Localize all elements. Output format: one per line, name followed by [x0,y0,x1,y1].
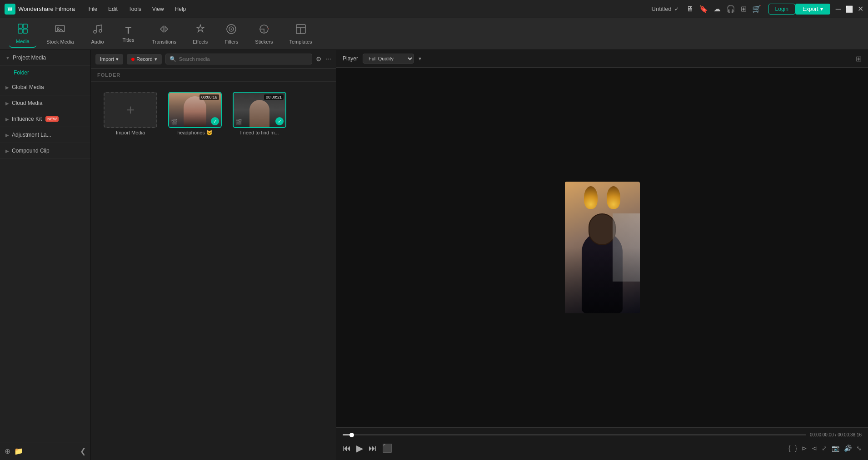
media-item-find[interactable]: 00:00:21 🎬 ✓ I need to find m... [230,92,289,450]
media-panel: Import ▾ Record ▾ 🔍 ⚙ ··· FOLDER + [91,50,336,460]
sidebar-collapse-button[interactable]: ❮ [80,447,86,455]
svg-rect-13 [296,25,305,34]
app-logo: W Wondershare Filmora [5,4,75,15]
player-video [336,68,868,427]
sidebar-compound-clip-label: Compound Clip [12,148,50,154]
toolbar-stickers-label: Stickers [255,39,273,45]
stop-button[interactable]: ⬛ [382,443,392,453]
bookmark-icon[interactable]: 🔖 [699,5,708,13]
more-options-icon[interactable]: ··· [325,55,331,63]
fullscreen-icon[interactable]: ⤢ [822,445,827,452]
play-button[interactable]: ▶ [356,443,363,454]
toolbar-media[interactable]: Media [9,20,36,48]
sidebar-item-global-media[interactable]: ▶ Global Media [0,79,90,95]
media-item-headphones[interactable]: 00:00:16 🎬 ✓ headphones 🐱 [165,92,224,450]
find-check-icon: ✓ [275,117,284,125]
audio-icon [92,24,103,37]
maximize-button[interactable]: ⬜ [845,5,853,13]
app-name: Wondershare Filmora [18,5,75,12]
sidebar-item-compound-clip[interactable]: ▶ Compound Clip [0,143,90,159]
sidebar-add-button[interactable]: ⊕ [5,447,10,455]
volume-icon[interactable]: 🔊 [844,445,852,452]
search-input[interactable] [179,56,308,62]
screenshot-icon[interactable]: 📷 [832,445,839,452]
sidebar-cloud-media-label: Cloud Media [12,100,42,106]
toolbar-stickers[interactable]: Stickers [249,21,279,47]
progress-thumb [349,433,354,437]
headphones-duration: 00:00:16 [200,94,219,100]
quality-select[interactable]: Full QualityHalf QualityQuarter Quality [363,54,414,64]
svg-rect-2 [18,29,22,33]
filters-icon [226,24,237,37]
import-media-item[interactable]: + Import Media [101,92,160,450]
folder-label: FOLDER [91,69,336,82]
templates-icon [295,24,306,37]
search-icon: 🔍 [170,56,176,62]
headset-icon[interactable]: 🎧 [726,5,735,13]
audio-icon[interactable]: ⤡ [856,445,862,452]
filter-icon[interactable]: ⚙ [316,55,322,63]
sidebar-item-influence-kit[interactable]: ▶ Influence Kit NEW [0,111,90,127]
import-button[interactable]: Import ▾ [95,54,123,64]
stock-media-icon [55,24,65,37]
menu-view[interactable]: View [148,4,169,14]
sidebar-item-adjustment-layer[interactable]: ▶ Adjustment La... [0,127,90,143]
import-media-label: Import Media [116,130,145,135]
sidebar-folder-button[interactable]: 📁 [14,447,23,455]
stickers-icon [259,24,269,37]
titlebar: W Wondershare Filmora File Edit Tools Vi… [0,0,868,18]
progress-bar[interactable] [343,434,806,435]
mark-out-icon[interactable]: } [795,445,797,452]
sidebar-item-cloud-media[interactable]: ▶ Cloud Media [0,95,90,111]
media-thumb-headphones[interactable]: 00:00:16 🎬 ✓ [168,92,222,128]
sidebar-folder[interactable]: Folder [0,66,90,79]
mark-in-icon[interactable]: { [788,445,791,452]
title-center: Untitled ✓ [652,5,679,12]
toolbar-stock-media[interactable]: Stock Media [40,21,80,47]
toolbar-audio[interactable]: Audio [84,21,111,47]
toolbar-templates[interactable]: Templates [283,21,318,47]
toolbar-effects[interactable]: Effects [186,21,214,47]
media-thumb-find[interactable]: 00:00:21 🎬 ✓ [233,92,286,128]
sidebar-arrow-global-media: ▶ [5,85,9,90]
svg-point-10 [231,28,232,30]
toolbar-titles-label: Titles [123,37,135,43]
rewind-button[interactable]: ⏮ [343,444,351,453]
player-buttons: ⏮ ▶ ⏭ ⬛ { } ⊳ ⊲ ⤢ 📷 🔊 ⤡ [343,441,862,455]
forward-button[interactable]: ⏭ [369,444,377,453]
sidebar-arrow-compound-clip: ▶ [5,148,9,153]
effects-icon [195,24,206,37]
minimize-button[interactable]: ─ [836,5,841,13]
media-icon [17,23,28,37]
grid-icon[interactable]: ⊞ [741,5,747,13]
menu-help[interactable]: Help [170,4,191,14]
svg-rect-0 [18,24,22,28]
login-button[interactable]: Login [768,4,795,15]
cloud-icon[interactable]: ☁ [713,5,721,13]
menu-file[interactable]: File [84,4,102,14]
sidebar: ▼ Project Media Folder ▶ Global Media ▶ … [0,50,91,460]
record-button[interactable]: Record ▾ [127,54,161,64]
import-media-box[interactable]: + [104,92,157,128]
sidebar-item-project-media[interactable]: ▼ Project Media [0,50,90,66]
toolbar-titles[interactable]: T Titles [115,23,142,45]
media-grid: + Import Media 00:00:16 🎬 ✓ headphones 🐱 [91,82,336,460]
app-logo-icon: W [5,4,15,15]
player-controls: 00:00:00:00 / 00:00:38:16 ⏮ ▶ ⏭ ⬛ { } ⊳ … [336,427,868,460]
clip-right-icon[interactable]: ⊲ [812,445,817,452]
main-content: ▼ Project Media Folder ▶ Global Media ▶ … [0,50,868,460]
cart-icon[interactable]: 🛒 [752,5,761,13]
toolbar-transitions[interactable]: Transitions [146,21,183,47]
export-button[interactable]: Export ▾ [795,4,830,15]
clip-left-icon[interactable]: ⊳ [802,445,807,452]
player-topbar: Player Full QualityHalf QualityQuarter Q… [336,50,868,68]
toolbar-filters[interactable]: Filters [218,21,245,47]
window-title: Untitled [652,5,672,12]
sidebar-adjustment-label: Adjustment La... [12,132,51,138]
close-button[interactable]: ✕ [858,5,863,13]
toolbar-effects-label: Effects [193,39,208,45]
menu-tools[interactable]: Tools [124,4,146,14]
monitor-icon[interactable]: 🖥 [686,5,693,13]
menu-edit[interactable]: Edit [104,4,122,14]
expand-icon[interactable]: ⊞ [856,54,862,63]
